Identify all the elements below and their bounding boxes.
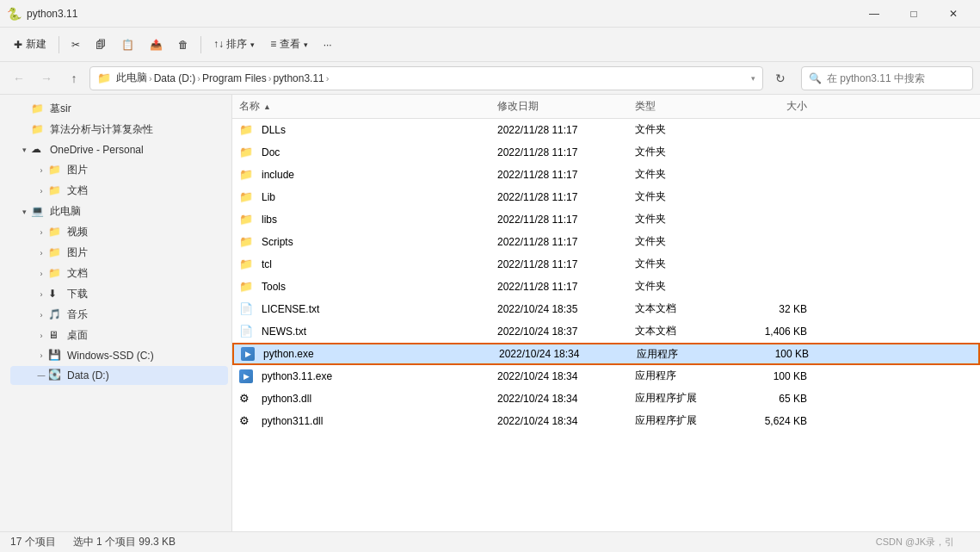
status-bar: 17 个项目 选中 1 个项目 99.3 KB [0,531,980,552]
folder-icon: 📁 [31,123,45,137]
table-row[interactable]: 📄 LICENSE.txt 2022/10/24 18:35 文本文档 32 K… [232,298,980,320]
header-type[interactable]: 类型 [635,99,738,114]
sidebar-item-thispc[interactable]: ▾ 💻 此电脑 [3,202,228,221]
sidebar-item-label: Windows-SSD (C:) [67,350,154,362]
file-icon: ▶ [241,347,255,361]
file-rows-container: 📁 DLLs 2022/11/28 11:17 文件夹 📁 Doc 2022/1… [232,119,980,432]
paste-icon: 📋 [121,39,134,51]
sidebar-item-label: 图片 [67,245,88,260]
file-type: 应用程序 [635,369,738,383]
cut-button[interactable]: ✂ [65,35,87,54]
expand-icon: ▾ [17,143,31,157]
breadcrumb-programfiles[interactable]: Program Files [202,72,267,84]
sidebar-item-algorithm[interactable]: 📁 算法分析与计算复杂性 [3,120,228,140]
folder-icon: 📁 [48,226,62,239]
header-date[interactable]: 修改日期 [497,99,635,114]
refresh-button[interactable]: ↻ [768,66,792,90]
file-icon: 📁 [239,257,253,271]
delete-icon: 🗑 [178,39,188,51]
forward-button[interactable]: → [34,66,59,90]
maximize-button[interactable]: □ [894,0,934,28]
file-date: 2022/11/28 11:17 [497,281,635,293]
share-button[interactable]: 📤 [143,35,169,54]
sidebar-item-label: 此电脑 [50,204,81,219]
breadcrumb-sep-3: › [268,73,272,84]
file-icon: 📁 [239,213,253,226]
sidebar-item-bassir[interactable]: 📁 墓sir [3,99,228,119]
sidebar-item-label: 算法分析与计算复杂性 [50,122,153,137]
file-icon: ⚙ [239,414,253,428]
new-button[interactable]: ✚ 新建 [7,34,53,55]
sidebar-item-downloads[interactable]: › ⬇ 下载 [10,284,228,304]
expand-icon: › [34,329,48,343]
table-row[interactable]: 📄 NEWS.txt 2022/10/24 18:37 文本文档 1,406 K… [232,320,980,343]
table-row[interactable]: ▶ python3.11.exe 2022/10/24 18:34 应用程序 1… [232,365,980,388]
expand-icon [17,102,31,116]
title-bar-icon: 🐍 [7,7,22,21]
minimize-button[interactable]: — [854,0,894,28]
sidebar-item-data-d[interactable]: — 💽 Data (D:) [10,366,228,385]
more-button[interactable]: ··· [317,35,339,54]
chevron-down-icon-addr: ▾ [751,74,755,83]
sidebar-item-desktop[interactable]: › 🖥 桌面 [10,326,228,345]
breadcrumb-datad[interactable]: Data (D:) [154,72,196,84]
paste-button[interactable]: 📋 [114,35,141,54]
sidebar-item-documents[interactable]: › 📁 文档 [10,181,228,201]
file-list: 名称 ▲ 修改日期 类型 大小 📁 DLLs 2022/11/28 11:17 … [232,95,980,531]
sidebar-item-photos[interactable]: › 📁 图片 [10,243,228,263]
expand-icon: › [34,164,48,177]
view-button[interactable]: ≡ 查看 ▾ [263,34,314,55]
table-row[interactable]: 📁 DLLs 2022/11/28 11:17 文件夹 [232,119,980,141]
cloud-icon: ☁ [31,143,45,157]
breadcrumb-python[interactable]: python3.11 [273,72,324,84]
table-row[interactable]: ⚙ python3.dll 2022/10/24 18:34 应用程序扩展 65… [232,388,980,410]
header-name[interactable]: 名称 ▲ [239,99,497,114]
sidebar-item-windows-ssd[interactable]: › 💾 Windows-SSD (C:) [10,346,228,365]
copy-button[interactable]: 🗐 [89,35,113,54]
nav-bar: ← → ↑ 📁 此电脑 › Data (D:) › Program Files … [0,62,980,95]
address-bar[interactable]: 📁 此电脑 › Data (D:) › Program Files › pyth… [89,66,763,90]
breadcrumb-thispc[interactable]: 此电脑 [116,71,147,85]
table-row[interactable]: 📁 Doc 2022/11/28 11:17 文件夹 [232,141,980,164]
sort-button[interactable]: ↑↓ 排序 ▾ [206,34,262,55]
table-row[interactable]: 📁 tcl 2022/11/28 11:17 文件夹 [232,253,980,276]
file-size: 32 KB [738,303,807,315]
table-row[interactable]: 📁 libs 2022/11/28 11:17 文件夹 [232,208,980,231]
sidebar-item-music[interactable]: › 🎵 音乐 [10,305,228,325]
toolbar-separator-1 [59,36,59,53]
header-size[interactable]: 大小 [738,99,807,114]
table-row[interactable]: 📁 Scripts 2022/11/28 11:17 文件夹 [232,231,980,253]
folder-icon: 📁 [31,102,45,116]
cut-icon: ✂ [71,39,80,51]
file-icon: 📁 [239,235,253,249]
toolbar: ✚ 新建 ✂ 🗐 📋 📤 🗑 ↑↓ 排序 ▾ ≡ 查看 ▾ ··· [0,28,980,62]
back-button[interactable]: ← [7,66,31,90]
table-row[interactable]: ⚙ python311.dll 2022/10/24 18:34 应用程序扩展 … [232,410,980,432]
file-icon: ▶ [239,369,253,383]
delete-button[interactable]: 🗑 [171,35,195,54]
sidebar-item-onedrive[interactable]: ▾ ☁ OneDrive - Personal [3,140,228,159]
main-layout: 📁 墓sir 📁 算法分析与计算复杂性 ▾ ☁ OneDrive - Perso… [0,95,980,531]
sidebar-item-docs[interactable]: › 📁 文档 [10,264,228,283]
file-date: 2022/11/28 11:17 [497,146,635,158]
table-row[interactable]: ▶ python.exe 2022/10/24 18:34 应用程序 100 K… [232,343,980,365]
sidebar-item-label: 下载 [67,287,88,301]
drive-icon: 💽 [48,369,62,382]
close-button[interactable]: ✕ [934,0,973,28]
file-name: Scripts [262,236,293,248]
search-bar[interactable]: 🔍 [801,66,973,90]
sidebar-item-pictures[interactable]: › 📁 图片 [10,160,228,180]
search-input[interactable] [827,72,965,84]
thispc-group: › 📁 视频 › 📁 图片 › 📁 文档 › ⬇ 下载 › 🎵 [7,222,231,385]
sidebar-item-videos[interactable]: › 📁 视频 [10,222,228,242]
table-row[interactable]: 📁 Tools 2022/11/28 11:17 文件夹 [232,276,980,298]
file-icon: 📁 [239,280,253,294]
file-type: 文件夹 [635,279,738,294]
file-name: tcl [262,258,272,270]
up-button[interactable]: ↑ [62,66,86,90]
table-row[interactable]: 📁 include 2022/11/28 11:17 文件夹 [232,164,980,186]
file-date: 2022/11/28 11:17 [497,258,635,270]
table-row[interactable]: 📁 Lib 2022/11/28 11:17 文件夹 [232,186,980,208]
expand-icon: › [34,288,48,301]
folder-icon: 📁 [97,71,111,84]
